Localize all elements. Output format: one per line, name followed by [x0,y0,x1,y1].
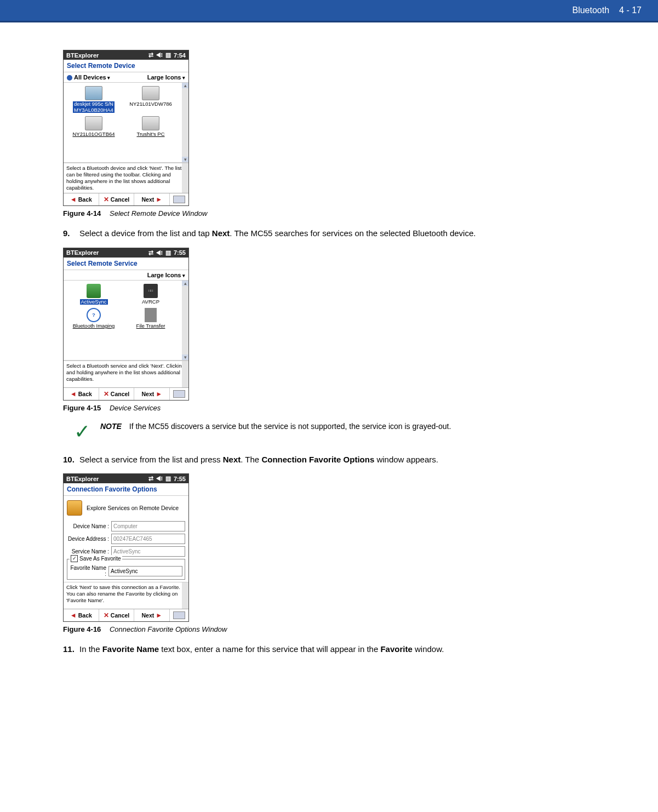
note-text: If the MC55 discovers a service but the … [129,422,451,431]
x-icon: ✕ [104,611,109,619]
view-toolbar: Large Icons [64,270,188,281]
scrollbar[interactable] [182,582,188,609]
figure-title: Connection Favorite Options Window [110,625,227,633]
explore-icon [67,500,82,516]
bottom-bar: ◄Back ✕Cancel Next► [64,609,188,621]
arrow-left-icon: ◄ [70,611,77,619]
figure-title: Device Services [110,404,161,412]
arrow-right-icon: ► [156,611,162,619]
service-label: ActiveSync [80,299,108,305]
next-button[interactable]: Next► [134,388,170,400]
header-page: 4 - 17 [619,5,642,15]
step-body: In the Favorite Name text box, enter a n… [79,643,595,656]
laptop-icon [142,116,159,130]
figure-caption: Figure 4-16 Connection Favorite Options … [63,625,595,633]
device-name-field [111,521,185,531]
battery-icon: ▥ [165,249,171,256]
status-icons: ⇄ ◀፧ ▥ 7:54 [148,52,186,59]
hint-text: Select a Bluetooth service and click 'Ne… [64,361,188,387]
keyboard-button[interactable] [170,193,188,205]
device-item-printer[interactable]: deskjet 995c S/N MY3AL0B20HA4 [66,86,122,113]
service-item-activesync[interactable]: ActiveSync [66,284,122,305]
volume-icon: ◀፧ [156,475,163,482]
device-address-field [111,534,185,544]
x-icon: ✕ [104,390,109,398]
device-item-laptop[interactable]: NY21L01VDW786 [123,86,179,113]
figure-caption: Figure 4-14 Select Remote Device Window [63,209,595,218]
bottom-bar: ◄Back ✕Cancel Next► [64,387,188,400]
keyboard-icon [173,390,185,398]
device-label: Trushit's PC [123,131,179,137]
connectivity-icon: ⇄ [148,52,153,59]
next-button[interactable]: Next► [134,193,170,205]
hint-content: Select a Bluetooth device and click 'Nex… [66,165,181,191]
save-as-favorite-legend: ✓ Save As Favorite [70,555,122,562]
favorite-name-field[interactable] [108,566,182,576]
keyboard-button[interactable] [170,609,188,621]
next-button[interactable]: Next► [134,609,170,621]
step-number: 9. [63,227,79,240]
figure-caption: Figure 4-15 Device Services [63,404,595,412]
device-label: NY21L01VDW786 [123,101,179,107]
back-button[interactable]: ◄Back [64,609,99,621]
volume-icon: ◀፧ [156,249,163,256]
step-10: 10. Select a service from the list and p… [63,454,595,466]
favorite-name-label: Favorite Name : [70,565,106,577]
all-devices-dropdown[interactable]: All Devices [67,74,110,81]
x-icon: ✕ [104,196,109,203]
header-section: Bluetooth [572,5,609,15]
back-button[interactable]: ◄Back [64,193,99,205]
hint-content: Select a Bluetooth service and click 'Ne… [66,363,185,382]
page-header: Bluetooth 4 - 17 [0,0,658,22]
service-name-label: Service Name : [67,548,109,554]
laptop-icon [142,86,159,100]
service-item-filetransfer[interactable]: File Transfer [123,308,179,329]
save-as-favorite-checkbox[interactable]: ✓ [71,555,78,562]
explore-label: Explore Services on Remote Device [87,505,179,511]
cancel-button[interactable]: ✕Cancel [99,193,135,205]
scrollbar[interactable]: ▴▾ [182,281,188,360]
back-button[interactable]: ◄Back [64,388,99,400]
app-title: BTExplorer [66,52,99,59]
service-item-avrcp[interactable]: ∷∷ AVRCP [123,284,179,305]
save-as-favorite-group: ✓ Save As Favorite Favorite Name : [67,559,185,580]
favorite-name-row: Favorite Name : [70,565,182,577]
select-remote-device-window: BTExplorer ⇄ ◀፧ ▥ 7:54 Select Remote Dev… [63,50,189,206]
step-number: 11. [63,643,79,656]
service-name-field [111,546,185,557]
scrollbar[interactable] [182,361,188,387]
status-icons: ⇄ ◀፧ ▥ 7:55 [148,249,186,256]
service-item-imaging[interactable]: ? Bluetooth Imaging [66,308,122,329]
page-content: BTExplorer ⇄ ◀፧ ▥ 7:54 Select Remote Dev… [0,22,658,680]
window-subtitle: Connection Favorite Options [64,483,188,496]
clock-text: 7:55 [174,249,186,256]
view-mode-dropdown[interactable]: Large Icons [147,74,185,81]
connection-favorite-options-window: BTExplorer ⇄ ◀፧ ▥ 7:55 Connection Favori… [63,473,189,622]
scrollbar[interactable] [182,163,188,193]
step-body: Select a service from the list and press… [79,454,595,466]
cancel-button[interactable]: ✕Cancel [99,609,135,621]
service-label: Bluetooth Imaging [66,323,122,329]
device-item-laptop[interactable]: Trushit's PC [123,116,179,137]
cancel-button[interactable]: ✕Cancel [99,388,135,400]
file-transfer-icon [145,308,157,322]
service-list: ActiveSync ∷∷ AVRCP ? Bluetooth Imaging … [64,281,188,361]
device-address-label: Device Address : [67,536,109,542]
hint-content: Click 'Next' to save this connection as … [66,584,180,603]
service-label: File Transfer [123,323,179,329]
battery-icon: ▥ [165,475,171,482]
scrollbar[interactable]: ▴▾ [182,83,188,162]
device-item-laptop[interactable]: NY21L01OGTB64 [66,116,122,137]
figure-label: Figure 4-16 [63,625,101,633]
device-name-row: Device Name : [67,521,185,531]
step-number: 10. [63,454,79,466]
view-mode-dropdown[interactable]: Large Icons [147,272,185,278]
arrow-left-icon: ◄ [70,196,77,203]
window-titlebar: BTExplorer ⇄ ◀፧ ▥ 7:55 [64,248,188,258]
keyboard-button[interactable] [170,388,188,400]
connectivity-icon: ⇄ [148,475,153,482]
activesync-icon [87,284,101,298]
status-icons: ⇄ ◀፧ ▥ 7:55 [148,475,186,482]
arrow-right-icon: ► [156,390,162,398]
step-body: Select a device from the list and tap Ne… [79,227,595,240]
